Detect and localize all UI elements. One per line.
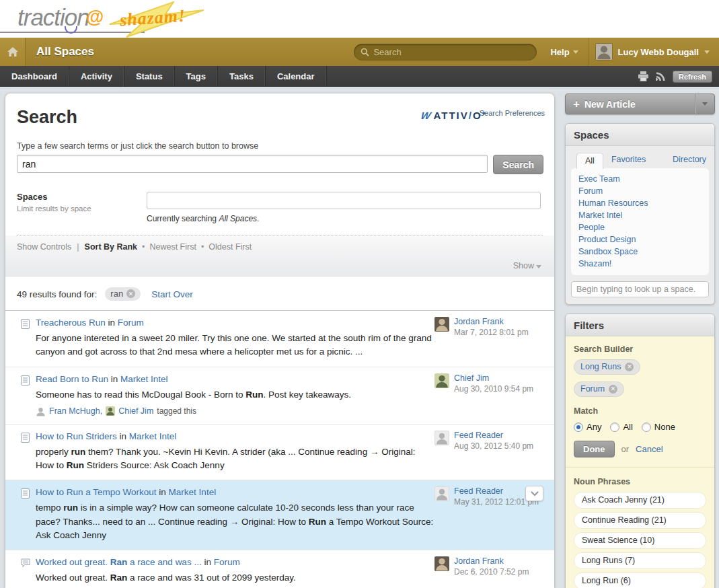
result-title-link[interactable]: Worked out great. Ran a race and was ... [36, 557, 202, 567]
done-button[interactable]: Done [574, 441, 615, 457]
filter-pill[interactable]: Long Runs✕ [574, 359, 640, 375]
chevron-down-icon [702, 102, 708, 106]
in-label: in [202, 557, 214, 567]
nav-tab-tasks[interactable]: Tasks [218, 66, 266, 87]
divider [566, 467, 714, 468]
new-article-button[interactable]: + New Article [565, 94, 715, 114]
expand-row-button[interactable] [525, 486, 543, 501]
noun-phrase-pill[interactable]: Long Runs (7) [574, 552, 706, 569]
match-option-all[interactable]: All [610, 422, 632, 432]
space-link-people[interactable]: People [571, 221, 709, 233]
text-segment: Striders Source: Ask Coach Jenny [84, 460, 225, 470]
show-controls-link[interactable]: Show Controls [17, 242, 71, 252]
result-space-link[interactable]: Market Intel [129, 431, 177, 441]
result-title-link[interactable]: How to Run a Tempo Workout [36, 487, 157, 497]
author-link[interactable]: Chief Jim [454, 373, 533, 383]
header-search-input[interactable] [373, 47, 521, 57]
space-lookup-input[interactable] [571, 281, 709, 297]
result-date: Mar 7, 2012 8:01 pm [454, 328, 529, 337]
result-title-link[interactable]: Treacherous Run [36, 318, 106, 328]
start-over-link[interactable]: Start Over [151, 289, 193, 299]
search-button[interactable]: Search [493, 155, 543, 174]
radio-all[interactable] [610, 422, 619, 432]
space-link-product-design[interactable]: Product Design [571, 233, 709, 246]
space-link-sandbox-space[interactable]: Sandbox Space [571, 246, 709, 258]
help-menu[interactable]: Help [537, 38, 587, 66]
radio-any[interactable] [574, 422, 583, 432]
remove-filter-icon[interactable]: ✕ [625, 363, 634, 371]
result-space-link[interactable]: Forum [214, 557, 240, 567]
author-avatar [434, 317, 449, 332]
result-space-link[interactable]: Forum [118, 318, 144, 328]
new-article-dropdown[interactable] [695, 94, 714, 114]
space-link-human-resources[interactable]: Human Resources [571, 197, 709, 209]
filter-pill[interactable]: Forum✕ [574, 381, 624, 397]
show-toggle[interactable]: Show [17, 252, 543, 272]
author-link[interactable]: Jordan Frank [454, 317, 529, 326]
home-button[interactable] [0, 38, 26, 66]
remove-filter-icon[interactable]: ✕ [609, 385, 617, 394]
noun-phrase-pill[interactable]: Long Run (6) [574, 573, 706, 588]
filter-pill-row: Forum✕ [574, 381, 706, 404]
spaces-list: Exec TeamForumHuman ResourcesMarket Inte… [571, 168, 709, 275]
tab-directory[interactable]: Directory [673, 152, 706, 168]
match-option-none[interactable]: None [642, 422, 675, 432]
oldest-first-link[interactable]: Oldest First [209, 242, 252, 252]
nav-tab-activity[interactable]: Activity [69, 66, 124, 87]
result-author: Jordan FrankMar 7, 2012 8:01 pm [434, 317, 549, 337]
text-segment: Treacherous Run [36, 318, 106, 328]
text-segment: . Post key takeaways. [263, 390, 351, 400]
radio-none[interactable] [642, 422, 651, 432]
result-title-link[interactable]: How to Run Striders [36, 431, 117, 441]
tagged-by-link[interactable]: Fran McHugh, [49, 406, 102, 416]
limit-by-space-input[interactable] [147, 192, 541, 209]
search-preferences-link[interactable]: Search Preferences [480, 109, 545, 117]
person-icon [36, 406, 46, 416]
text-segment: run [63, 503, 78, 513]
result-space-link[interactable]: Market Intel [169, 487, 217, 497]
text-segment: For anyone intereted in a sweet 20 miler… [36, 333, 432, 357]
user-avatar [595, 43, 613, 61]
refresh-button[interactable]: Refresh [673, 71, 712, 83]
sort-by-rank-link[interactable]: Sort By Rank [85, 242, 138, 252]
space-link-exec-team[interactable]: Exec Team [571, 173, 709, 185]
space-link-shazam-[interactable]: Shazam! [571, 258, 709, 270]
nav-tab-tags[interactable]: Tags [175, 66, 218, 87]
noun-phrase-pill[interactable]: Sweat Science (10) [574, 532, 706, 549]
print-icon[interactable] [638, 71, 649, 81]
search-term-pill[interactable]: ran✕ [105, 287, 141, 301]
logo-at-symbol: @ [86, 7, 104, 28]
remove-term-icon[interactable]: ✕ [126, 289, 135, 298]
separator [196, 242, 209, 252]
author-link[interactable]: Feed Reader [454, 431, 533, 440]
user-menu[interactable]: Lucy Webb Dougall [588, 38, 719, 66]
result-space-link[interactable]: Market Intel [120, 374, 168, 384]
attivio-w: W [420, 110, 433, 121]
tab-all[interactable]: All [576, 153, 603, 169]
search-icon [361, 48, 369, 57]
nav-tab-calendar[interactable]: Calendar [266, 66, 327, 87]
space-link-forum[interactable]: Forum [571, 185, 709, 197]
author-link[interactable]: Jordan Frank [454, 556, 529, 566]
tab-favorites[interactable]: Favorites [603, 152, 654, 168]
result-row: Worked out great. Ran a race and was ...… [5, 550, 554, 588]
result-title-link[interactable]: Read Born to Run [36, 374, 108, 384]
result-main: How to Run a Tempo Workout in Market Int… [36, 487, 434, 542]
article-icon [21, 433, 30, 445]
nav-tab-dashboard[interactable]: Dashboard [0, 66, 69, 87]
result-tagline: Fran McHugh,Chief Jimtagged this [36, 406, 434, 416]
nav-tab-status[interactable]: Status [124, 66, 175, 87]
noun-phrase-pill[interactable]: Ask Coach Jenny (21) [574, 492, 706, 509]
space-link-market-intel[interactable]: Market Intel [571, 209, 709, 221]
sidebar: + New Article Spaces All Favorites Direc… [565, 94, 715, 588]
header-search-box[interactable] [354, 44, 537, 61]
match-option-any[interactable]: Any [574, 422, 601, 432]
noun-phrases-label: Noun Phrases [574, 477, 706, 486]
newest-first-link[interactable]: Newest First [149, 242, 196, 252]
tagger-avatar [106, 406, 115, 416]
tagged-by-link[interactable]: Chief Jim [118, 406, 153, 416]
noun-phrase-pill[interactable]: Continue Reading (21) [574, 512, 706, 529]
cancel-link[interactable]: Cancel [636, 444, 663, 454]
rss-icon[interactable] [656, 71, 666, 81]
search-query-input[interactable] [17, 155, 488, 173]
